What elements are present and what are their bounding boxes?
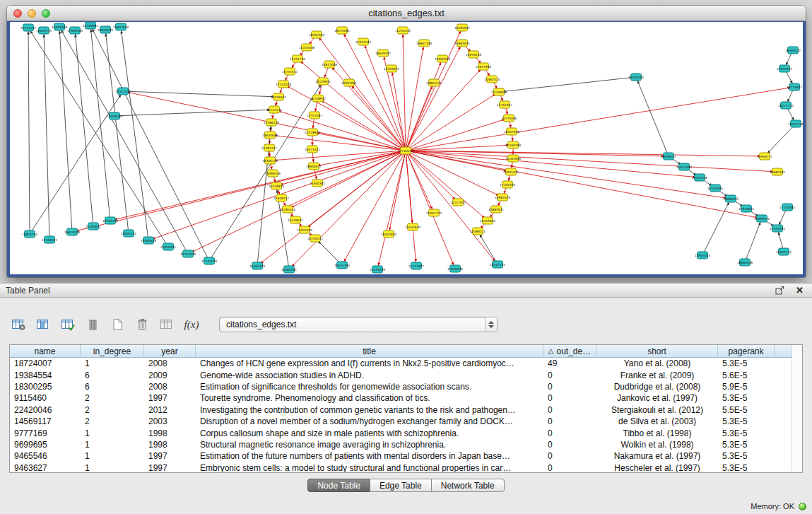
graph-node[interactable]: 14985379 bbox=[495, 194, 510, 201]
graph-edge[interactable] bbox=[406, 43, 424, 151]
table-row[interactable]: 977716911998Corpus callosum shape and si… bbox=[10, 427, 792, 438]
column-chooser-button[interactable] bbox=[84, 316, 101, 333]
graph-node[interactable]: 14634638 bbox=[262, 132, 278, 139]
graph-node[interactable]: 17999364 bbox=[67, 27, 83, 34]
graph-edge[interactable] bbox=[745, 218, 762, 262]
graph-edge[interactable] bbox=[59, 27, 188, 254]
graph-edge[interactable] bbox=[114, 110, 274, 116]
graph-node[interactable]: 17846036 bbox=[447, 265, 463, 272]
close-window-button[interactable] bbox=[13, 9, 22, 18]
graph-node[interactable]: 15823754 bbox=[22, 230, 37, 238]
graph-node[interactable]: 10390336 bbox=[265, 170, 281, 177]
graph-edge[interactable] bbox=[274, 110, 406, 151]
graph-node[interactable]: 21905151 bbox=[121, 230, 136, 237]
column-header-pagerank[interactable]: pagerank bbox=[718, 345, 775, 357]
graph-node[interactable]: 16885971 bbox=[488, 206, 504, 213]
graph-node[interactable]: 14872008 bbox=[322, 61, 337, 68]
graph-node[interactable]: 17357067 bbox=[307, 112, 322, 119]
delete-table-button[interactable] bbox=[134, 316, 151, 333]
graph-node[interactable]: 14614825 bbox=[739, 205, 754, 212]
column-header-year[interactable]: year bbox=[144, 345, 196, 357]
graph-edge[interactable] bbox=[403, 30, 406, 151]
graph-node[interactable]: 25260651 bbox=[86, 223, 101, 230]
graph-edge[interactable] bbox=[389, 151, 406, 234]
graph-node[interactable]: 11157052 bbox=[450, 199, 466, 206]
graph-node[interactable]: 15124029 bbox=[370, 266, 385, 273]
graph-edge[interactable] bbox=[406, 28, 462, 151]
graph-node[interactable]: 15758912 bbox=[310, 95, 326, 102]
function-builder-button[interactable]: f(x) bbox=[183, 316, 200, 333]
graph-edge[interactable] bbox=[59, 27, 72, 232]
graph-node[interactable]: 16756141 bbox=[307, 235, 323, 242]
graph-node[interactable]: 19861318 bbox=[416, 40, 432, 47]
graph-node[interactable]: 13680365 bbox=[770, 168, 785, 175]
graph-edge[interactable] bbox=[406, 66, 483, 151]
graph-edge[interactable] bbox=[276, 151, 406, 186]
graph-node[interactable]: 17135278 bbox=[201, 257, 217, 264]
graph-node[interactable]: 12499221 bbox=[470, 228, 486, 235]
graph-node[interactable]: 14513358 bbox=[788, 120, 803, 127]
graph-edge[interactable] bbox=[188, 151, 406, 254]
graph-node[interactable]: 16326832 bbox=[384, 65, 399, 72]
graph-edge[interactable] bbox=[288, 151, 406, 209]
graph-node[interactable]: 15018452 bbox=[271, 93, 286, 100]
graph-node[interactable]: 18274852 bbox=[787, 83, 802, 90]
graph-node[interactable]: 18694058 bbox=[737, 259, 753, 266]
graph-node[interactable]: 19086053 bbox=[723, 195, 739, 202]
graph-node[interactable]: 19915078 bbox=[64, 228, 80, 235]
table-row[interactable]: 1938455462009Genome-wide association stu… bbox=[10, 369, 792, 380]
graph-edge[interactable] bbox=[478, 231, 498, 264]
graph-node[interactable]: 18545794 bbox=[334, 262, 350, 269]
zoom-window-button[interactable] bbox=[42, 9, 50, 18]
graph-node[interactable]: 17508341 bbox=[42, 236, 57, 243]
graph-node[interactable]: 17240594 bbox=[398, 147, 413, 154]
graph-node[interactable]: 14960289 bbox=[435, 55, 450, 62]
graph-node[interactable]: 18203198 bbox=[102, 217, 118, 224]
graph-node[interactable]: 21802063 bbox=[113, 23, 129, 30]
tab-edge-table[interactable]: Edge Table bbox=[370, 479, 432, 492]
table-row[interactable]: 946554611997Estimation of the future num… bbox=[10, 450, 792, 462]
table-row[interactable]: 1456911722003Disruption of a novel membe… bbox=[10, 416, 792, 427]
table-row[interactable]: 1830029562008Estimation of significance … bbox=[10, 381, 792, 392]
graph-node[interactable]: 16585459 bbox=[141, 237, 156, 244]
graph-edge[interactable] bbox=[406, 151, 458, 202]
graph-node[interactable]: 20511100 bbox=[115, 88, 131, 95]
graph-node[interactable]: 15149541 bbox=[288, 216, 303, 223]
graph-node[interactable]: 11431756 bbox=[290, 55, 305, 62]
graph-edge[interactable] bbox=[406, 151, 498, 264]
column-header-out-degree[interactable]: △ out_de… bbox=[543, 345, 596, 357]
graph-edge[interactable] bbox=[406, 43, 462, 151]
graph-node[interactable]: 15672594 bbox=[676, 163, 692, 170]
graph-edge[interactable] bbox=[289, 151, 406, 269]
graph-node[interactable]: 11026380 bbox=[297, 226, 312, 233]
graph-node[interactable]: 20050301 bbox=[160, 243, 176, 250]
table-settings-button[interactable] bbox=[10, 316, 27, 333]
graph-edge[interactable] bbox=[90, 25, 209, 261]
minimize-window-button[interactable] bbox=[28, 9, 36, 18]
graph-node[interactable]: 12578820 bbox=[305, 129, 320, 136]
graph-edge[interactable] bbox=[90, 25, 110, 221]
graph-node[interactable]: 16236814 bbox=[269, 182, 284, 189]
graph-node[interactable]: 19304569 bbox=[107, 112, 122, 119]
graph-node[interactable]: 12586119 bbox=[264, 119, 279, 126]
graph-node[interactable]: 10993081 bbox=[341, 79, 357, 86]
column-header-name[interactable]: name bbox=[10, 345, 81, 357]
graph-node[interactable]: 12224058 bbox=[299, 44, 314, 51]
graph-node[interactable]: 15340361 bbox=[310, 180, 325, 187]
graph-node[interactable]: 12837968 bbox=[476, 63, 491, 70]
graph-node[interactable]: 16155016 bbox=[707, 185, 723, 192]
graph-node[interactable]: 12652544 bbox=[355, 38, 371, 45]
graph-node[interactable]: 17205056 bbox=[500, 181, 515, 188]
graph-node[interactable]: 17761847 bbox=[497, 101, 512, 108]
graph-node[interactable]: 20211142 bbox=[20, 24, 36, 31]
graph-edge[interactable] bbox=[342, 151, 406, 265]
show-columns-button[interactable] bbox=[35, 316, 52, 333]
graph-node[interactable]: 13129931 bbox=[315, 78, 331, 85]
graph-node[interactable]: 12142028 bbox=[276, 81, 291, 88]
graph-edge[interactable] bbox=[283, 84, 406, 151]
graph-node[interactable]: 12007210 bbox=[426, 209, 442, 216]
float-panel-icon[interactable] bbox=[775, 286, 784, 295]
graph-node[interactable]: 15956717 bbox=[757, 153, 772, 160]
graph-node[interactable]: 14976158 bbox=[466, 51, 481, 58]
graph-node[interactable]: 14755442 bbox=[282, 68, 298, 75]
